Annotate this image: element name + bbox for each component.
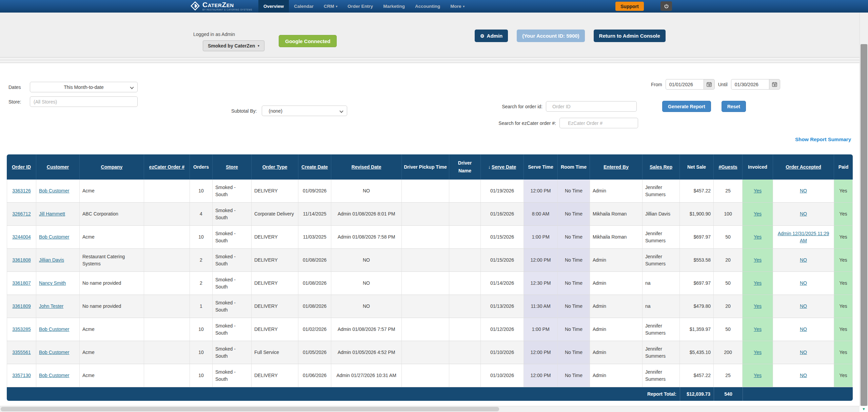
invoiced-link[interactable]: Yes xyxy=(754,303,762,309)
nav-item-marketing[interactable]: Marketing xyxy=(378,0,410,13)
cell-company: Acme xyxy=(80,341,144,364)
order-id-link[interactable]: 3357130 xyxy=(12,373,31,378)
invoiced-link[interactable]: Yes xyxy=(754,280,762,286)
cell-ezcater-order xyxy=(144,249,190,272)
dates-label: Dates xyxy=(8,85,30,90)
cell-order-accepted: NO xyxy=(773,364,834,387)
cell-guests: 25 xyxy=(714,364,743,387)
customer-link[interactable]: Bob Customer xyxy=(39,373,69,378)
horizontal-scrollbar[interactable] xyxy=(0,406,860,412)
col-header-store[interactable]: Store xyxy=(213,154,252,180)
support-button[interactable]: Support xyxy=(615,2,644,11)
until-calendar-button[interactable] xyxy=(769,79,780,90)
customer-link[interactable]: John Tester xyxy=(39,303,63,309)
invoiced-link[interactable]: Yes xyxy=(754,234,762,240)
nav-item-calendar[interactable]: Calendar xyxy=(289,0,319,13)
order-accepted-link[interactable]: NO xyxy=(800,326,807,332)
col-header-order-id[interactable]: Order ID xyxy=(7,154,36,180)
cell-sales-rep: na xyxy=(643,295,680,318)
cell-driver-pickup-time xyxy=(402,295,449,318)
col-header-order-type[interactable]: Order Type xyxy=(252,154,298,180)
order-id-link[interactable]: 3353285 xyxy=(12,326,31,332)
vertical-scrollbar-thumb[interactable] xyxy=(861,44,867,406)
order-accepted-link[interactable]: NO xyxy=(800,257,807,263)
nav-item-order-entry[interactable]: Order Entry xyxy=(342,0,378,13)
from-calendar-button[interactable] xyxy=(704,79,715,90)
cell-order-type: DELIVERY xyxy=(252,272,298,295)
cell-customer: Bob Customer xyxy=(36,341,80,364)
col-header-ezcater-order[interactable]: ezCater Order # xyxy=(144,154,190,180)
order-accepted-link[interactable]: Admin 12/31/2025 11:29 AM xyxy=(778,231,829,243)
dates-select[interactable]: This Month-to-date xyxy=(30,82,138,92)
col-header-revised-date[interactable]: Revised Date xyxy=(331,154,402,180)
invoiced-link[interactable]: Yes xyxy=(754,373,762,378)
customer-link[interactable]: Bob Customer xyxy=(39,188,69,193)
reset-button[interactable]: Reset xyxy=(722,101,746,112)
invoiced-link[interactable]: Yes xyxy=(754,257,762,263)
order-accepted-link[interactable]: NO xyxy=(800,373,807,378)
nav-item-accounting[interactable]: Accounting xyxy=(410,0,445,13)
customer-link[interactable]: Jillian Davis xyxy=(39,257,64,263)
invoiced-link[interactable]: Yes xyxy=(754,326,762,332)
order-id-link[interactable]: 3363126 xyxy=(12,188,31,193)
customer-link[interactable]: Bob Customer xyxy=(39,350,69,355)
account-bar: Logged in as Admin Smoked by CaterZen ▾ … xyxy=(0,13,868,57)
order-accepted-link[interactable]: NO xyxy=(800,350,807,355)
order-id-link[interactable]: 3266712 xyxy=(12,211,31,217)
col-header-create-date[interactable]: Create Date xyxy=(298,154,331,180)
generate-report-button[interactable]: Generate Report xyxy=(662,101,711,112)
account-id-badge[interactable]: (Your Account ID: 5900) xyxy=(517,30,585,42)
order-id-link[interactable]: 3361809 xyxy=(12,303,31,309)
order-accepted-link[interactable]: NO xyxy=(800,188,807,193)
col-header-invoiced: Invoiced xyxy=(743,154,773,180)
invoiced-link[interactable]: Yes xyxy=(754,211,762,217)
order-id-link[interactable]: 3355561 xyxy=(12,350,31,355)
col-header-driver-name: Driver Name xyxy=(449,154,481,180)
customer-link[interactable]: Bob Customer xyxy=(39,326,69,332)
customer-link[interactable]: Nancy Smith xyxy=(39,280,66,286)
order-id-link[interactable]: 3361808 xyxy=(12,257,31,263)
subtotal-select[interactable]: (none) xyxy=(262,106,347,116)
order-accepted-link[interactable]: NO xyxy=(800,303,807,309)
customer-link[interactable]: Bob Customer xyxy=(39,234,69,240)
until-date-input[interactable] xyxy=(731,79,769,90)
nav-item-more[interactable]: More▾ xyxy=(445,0,470,13)
show-report-summary-link[interactable]: Show Report Summary xyxy=(795,136,851,142)
customer-link[interactable]: Jill Hammett xyxy=(39,211,65,217)
brand-logo[interactable]: CaterZen BY RESTAURANT & CATERING SYSTEM… xyxy=(191,1,252,11)
vertical-scrollbar[interactable] xyxy=(860,13,868,406)
store-input[interactable] xyxy=(30,96,138,107)
scroll-corner-button[interactable]: ▼ xyxy=(860,406,868,412)
return-admin-console-button[interactable]: Return to Admin Console xyxy=(594,30,666,42)
google-connected-button[interactable]: Google Connected xyxy=(279,35,337,47)
col-header-order-accepted[interactable]: Order Accepted xyxy=(773,154,834,180)
store-selector-dropdown[interactable]: Smoked by CaterZen ▾ xyxy=(203,40,264,51)
col-header-label: Entered By xyxy=(604,164,629,170)
col-header-guests[interactable]: #Guests xyxy=(714,154,743,180)
cell-room-time: No Time xyxy=(558,249,590,272)
order-id-link[interactable]: 3244004 xyxy=(12,234,31,240)
nav-item-crm[interactable]: CRM▾ xyxy=(319,0,342,13)
col-header-serve-date[interactable]: ↓Serve Date xyxy=(481,154,524,180)
cell-sales-rep: Jennifer Summers xyxy=(643,364,680,387)
logout-power-button[interactable] xyxy=(660,1,672,11)
cell-room-time: No Time xyxy=(558,341,590,364)
horizontal-scrollbar-thumb[interactable] xyxy=(1,407,499,411)
order-id-link[interactable]: 3361807 xyxy=(12,280,31,286)
col-header-company[interactable]: Company xyxy=(80,154,144,180)
nav-item-overview[interactable]: Overview xyxy=(258,0,289,13)
col-header-entered-by[interactable]: Entered By xyxy=(590,154,643,180)
col-header-customer[interactable]: Customer xyxy=(36,154,80,180)
search-order-label: Search for order id: xyxy=(488,104,542,109)
invoiced-link[interactable]: Yes xyxy=(754,188,762,193)
from-date-input[interactable] xyxy=(666,79,704,90)
order-accepted-link[interactable]: NO xyxy=(800,211,807,217)
invoiced-link[interactable]: Yes xyxy=(754,350,762,355)
admin-button[interactable]: ⚙ Admin xyxy=(475,30,508,42)
ezcater-search-input[interactable] xyxy=(559,118,638,128)
cell-customer: Jill Hammett xyxy=(36,203,80,226)
col-header-label: Create Date xyxy=(301,164,328,170)
order-accepted-link[interactable]: NO xyxy=(800,280,807,286)
order-id-search-input[interactable] xyxy=(546,101,637,112)
col-header-sales-rep[interactable]: Sales Rep xyxy=(643,154,680,180)
